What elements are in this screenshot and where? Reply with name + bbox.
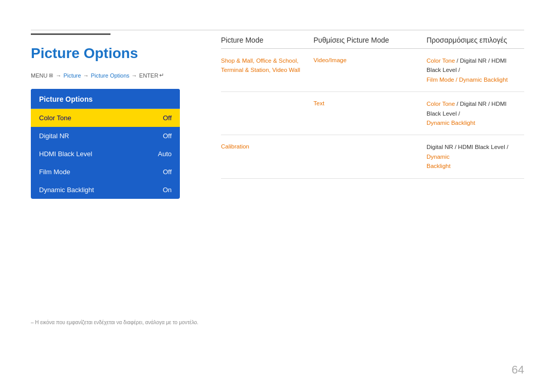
menu-item-hdmi-label: HDMI Black Level xyxy=(39,150,92,158)
enter-icon: ↵ xyxy=(159,72,164,79)
table-row: Calibration Digital NR / HDMI Black Leve… xyxy=(221,135,524,178)
breadcrumb-arrow2: → xyxy=(83,72,89,79)
row2-options: Color Tone / Digital NR / HDMI Black Lev… xyxy=(427,99,524,127)
menu-item-hdmi-black-level[interactable]: HDMI Black Level Auto xyxy=(31,145,180,163)
table-row: Text Color Tone / Digital NR / HDMI Blac… xyxy=(221,92,524,135)
menu-item-color-tone[interactable]: Color Tone Off xyxy=(31,109,180,127)
menu-item-dynamic-label: Dynamic Backlight xyxy=(39,186,94,194)
row2-settings: Text xyxy=(313,99,427,108)
breadcrumb-link2[interactable]: Picture Options xyxy=(91,72,130,79)
menu-item-color-tone-label: Color Tone xyxy=(39,114,71,122)
row3-options: Digital NR / HDMI Black Level / DynamicB… xyxy=(427,142,524,171)
header-settings: Ρυθμίσεις Picture Mode xyxy=(313,36,427,44)
footnote: – Η εικόνα που εμφανίζεται ενδέχεται να … xyxy=(31,320,198,325)
picture-options-menu: Picture Options Color Tone Off Digital N… xyxy=(31,89,180,199)
menu-item-dynamic-backlight[interactable]: Dynamic Backlight On xyxy=(31,181,180,199)
row3-mode: Calibration xyxy=(221,142,313,151)
table-row: Shop & Mall, Office & School,Terminal & … xyxy=(221,49,524,92)
row1-settings: Video/Image xyxy=(313,56,427,65)
menu-item-film-mode[interactable]: Film Mode Off xyxy=(31,163,180,181)
menu-item-color-tone-value: Off xyxy=(163,114,172,122)
right-section: Picture Mode Ρυθμίσεις Picture Mode Προσ… xyxy=(221,36,524,179)
menu-item-film-label: Film Mode xyxy=(39,168,70,176)
header-picture-mode: Picture Mode xyxy=(221,36,313,44)
menu-item-film-value: Off xyxy=(163,168,172,176)
breadcrumb-arrow1: → xyxy=(55,72,61,79)
breadcrumb: MENU ⊞ → Picture → Picture Options → ENT… xyxy=(31,72,206,79)
breadcrumb-link1[interactable]: Picture xyxy=(63,72,81,79)
menu-item-digital-nr-value: Off xyxy=(163,132,172,140)
header-options: Προσαρμόσιμες επιλογές xyxy=(427,36,524,44)
page-number: 64 xyxy=(512,363,524,377)
left-section: Picture Options MENU ⊞ → Picture → Pictu… xyxy=(31,36,206,199)
menu-item-digital-nr-label: Digital NR xyxy=(39,132,69,140)
menu-box-title: Picture Options xyxy=(31,89,180,109)
menu-item-dynamic-value: On xyxy=(163,186,172,194)
breadcrumb-menu-icon: ⊞ xyxy=(49,72,53,78)
title-decoration xyxy=(31,33,110,35)
top-divider xyxy=(31,30,524,30)
breadcrumb-enter: ENTER xyxy=(139,72,158,79)
page-title: Picture Options xyxy=(31,45,206,62)
menu-item-digital-nr[interactable]: Digital NR Off xyxy=(31,127,180,145)
breadcrumb-menu: MENU xyxy=(31,72,47,79)
row1-mode: Shop & Mall, Office & School,Terminal & … xyxy=(221,56,313,75)
table-header: Picture Mode Ρυθμίσεις Picture Mode Προσ… xyxy=(221,36,524,49)
breadcrumb-arrow3: → xyxy=(132,72,137,79)
menu-item-hdmi-value: Auto xyxy=(158,150,172,158)
row1-options: Color Tone / Digital NR / HDMI Black Lev… xyxy=(427,56,524,84)
